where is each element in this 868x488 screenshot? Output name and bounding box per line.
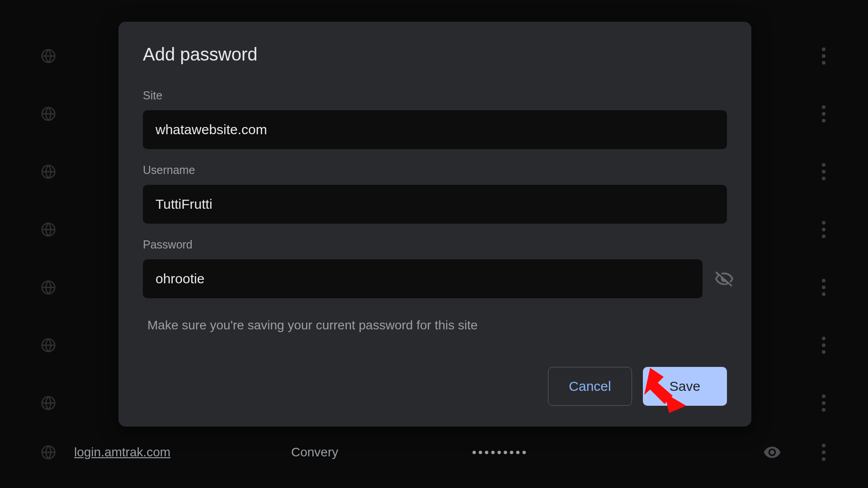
helper-text: Make sure you're saving your current pas… <box>147 318 727 333</box>
password-label: Password <box>143 238 727 251</box>
show-password-icon[interactable] <box>763 443 781 461</box>
more-actions-button[interactable] <box>822 444 827 461</box>
password-input[interactable] <box>143 259 703 298</box>
row-password-masked: ••••••••• <box>472 445 763 460</box>
globe-icon <box>41 106 56 122</box>
globe-icon <box>41 445 56 460</box>
globe-icon <box>41 48 56 64</box>
eye-icon <box>763 105 781 123</box>
dialog-title: Add password <box>143 44 727 65</box>
username-input[interactable] <box>143 185 727 224</box>
cancel-button[interactable]: Cancel <box>548 367 632 406</box>
globe-icon <box>41 164 56 179</box>
row-username: Convery <box>291 445 472 460</box>
username-label: Username <box>143 164 727 177</box>
eye-icon <box>763 336 781 354</box>
more-actions-button[interactable] <box>822 221 827 238</box>
site-label: Site <box>143 89 727 102</box>
more-actions-button[interactable] <box>822 163 827 180</box>
more-actions-button[interactable] <box>822 47 827 65</box>
eye-icon <box>763 163 781 181</box>
globe-icon <box>41 338 56 353</box>
hide-password-icon[interactable] <box>714 269 734 289</box>
globe-icon <box>41 280 56 295</box>
eye-icon <box>763 221 781 239</box>
more-actions-button[interactable] <box>822 337 827 354</box>
row-site-link[interactable]: login.amtrak.com <box>74 445 291 460</box>
globe-icon <box>41 395 56 411</box>
more-actions-button[interactable] <box>822 394 827 412</box>
add-password-dialog: Add password Site Username Password Make… <box>118 22 751 427</box>
site-input[interactable] <box>143 110 727 149</box>
more-actions-button[interactable] <box>822 279 827 296</box>
eye-icon <box>763 278 781 296</box>
password-row-visible[interactable]: login.amtrak.com Convery ••••••••• <box>27 432 841 473</box>
globe-icon <box>41 222 56 237</box>
eye-icon <box>763 47 781 65</box>
more-actions-button[interactable] <box>822 105 827 122</box>
save-button[interactable]: Save <box>643 367 727 406</box>
eye-icon <box>763 394 781 412</box>
